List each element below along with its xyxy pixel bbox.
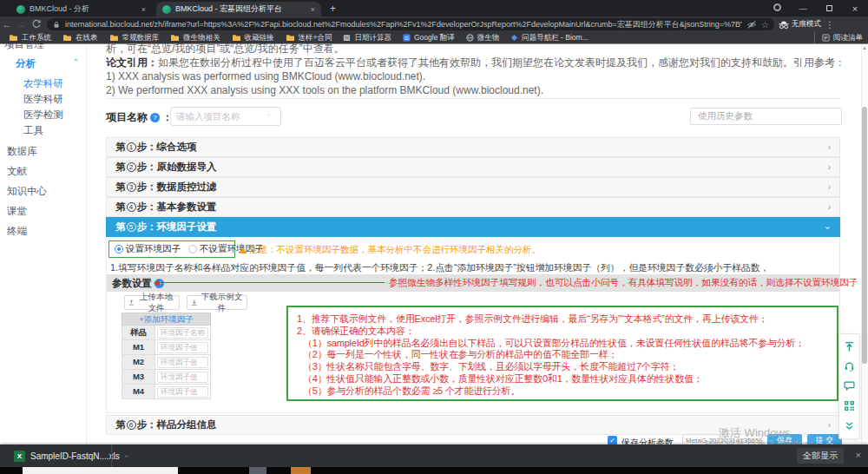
chevron-right-icon: › — [828, 416, 831, 434]
factor-value-input[interactable] — [157, 342, 208, 353]
folder-icon — [109, 34, 119, 42]
bookmark-item[interactable]: 问题导航栏 - Biom... — [510, 33, 589, 43]
sidebar-item-classroom[interactable]: 课堂 — [7, 205, 27, 218]
scrollbar-up-arrow[interactable]: ▲ — [862, 45, 867, 50]
bookmark-star-icon[interactable]: ☆ — [761, 20, 769, 30]
taskbar-app-icon[interactable] — [249, 467, 266, 474]
step-row-5-active[interactable]: 第5步：环境因子设置 › — [106, 217, 840, 237]
refresh-icon[interactable] — [30, 19, 43, 30]
folder-icon — [232, 34, 241, 42]
upload-local-file-button[interactable]: 上传本地文件 — [124, 295, 180, 310]
tab-close-icon[interactable]: × — [311, 5, 315, 14]
folder-icon — [62, 34, 72, 42]
sidebar-item-knowledge[interactable]: 知识中心 — [7, 185, 47, 198]
sidebar-group-analysis[interactable]: 分析 — [16, 57, 36, 70]
sidebar-item-terminal[interactable]: 终端 — [7, 225, 27, 238]
downloads-bar: X SampleID-FastqN....xls › 全部显示 × — [0, 444, 868, 467]
customer-service-icon[interactable] — [844, 361, 855, 372]
bookmark-folder[interactable]: 工作系统 — [9, 33, 51, 43]
step-row-2[interactable]: 第2步：原始数据导入 › — [106, 157, 840, 177]
browser-menu-icon[interactable]: ⋮ — [825, 20, 834, 30]
step-row-3[interactable]: 第3步：数据质控过滤 › — [106, 177, 840, 197]
download-sample-file-button[interactable]: 下载示例文件 — [187, 295, 247, 310]
help-icon[interactable]: ? — [150, 113, 160, 122]
factor-value-input[interactable] — [157, 357, 208, 368]
downloaded-file-chip[interactable]: X SampleID-FastqN....xls › — [9, 448, 132, 464]
chevron-right-icon: › — [828, 198, 831, 216]
row-label: M1 — [122, 340, 155, 354]
reading-list[interactable]: 阅读清单 — [814, 32, 863, 43]
forward-icon[interactable]: → — [14, 19, 28, 30]
bmkcloud-favicon — [162, 5, 171, 14]
tab-close-icon[interactable]: × — [141, 5, 146, 14]
taskbar-app-icon[interactable] — [291, 467, 311, 474]
chat-icon[interactable] — [844, 380, 855, 392]
close-downloads-bar-icon[interactable]: × — [856, 450, 861, 460]
divider — [111, 444, 112, 467]
bookmark-item[interactable]: 微生物 — [466, 33, 500, 43]
radio-set-env-factor[interactable]: 设置环境因子 — [115, 243, 181, 255]
diamond-icon — [510, 34, 518, 42]
window-controls: — × — [764, 0, 868, 16]
citation-ref-2: 2) We performed XXX analysis using XXX t… — [106, 84, 543, 96]
param-settings-label: 参数设置 — [112, 277, 152, 290]
globe-icon — [466, 34, 474, 42]
sidebar-item-tools[interactable]: 工具 — [23, 124, 43, 137]
chevron-up-icon[interactable]: › — [122, 455, 130, 458]
row-label: 样品 — [122, 326, 155, 339]
table-row: M4 — [122, 385, 211, 399]
new-tab-button[interactable]: + — [330, 3, 336, 15]
citation-ref-1: 1) XXX analysis was performed using BMKC… — [106, 70, 425, 82]
chevron-right-icon: › — [828, 178, 831, 196]
sidebar-item-medical-research[interactable]: 医学科研 — [23, 93, 63, 106]
history-params-button[interactable]: 使用历史参数 — [690, 108, 842, 125]
step-row-1[interactable]: 第1步：综合选项 › — [106, 137, 840, 157]
table-row: M1 — [122, 340, 211, 355]
add-env-factor-link[interactable]: +添加环境因子 — [122, 313, 211, 326]
bookmark-folder[interactable]: 送样+合同 — [286, 33, 332, 43]
factor-name-input[interactable] — [157, 327, 208, 339]
close-button[interactable]: × — [842, 3, 868, 14]
citation-line: 论文引用：如果您在数据分析过程中使用了百迈客云平台或者获得了其他有效帮助，我们期… — [106, 56, 845, 70]
factor-value-input[interactable] — [157, 386, 208, 398]
sidebar: 项目管理 分析 ⌃ 农学科研 医学科研 医学检测 工具 数据库 文献 知识中心 … — [0, 43, 87, 444]
sidebar-item-literature[interactable]: 文献 — [7, 165, 27, 178]
floating-toolbar — [838, 333, 860, 439]
sidebar-item-medical-testing[interactable]: 医学检测 — [23, 109, 63, 122]
taskbar-search-box[interactable] — [23, 467, 178, 474]
qr-code-icon[interactable] — [844, 400, 855, 411]
browser-tab-1[interactable]: BMKCloud - 分析 × — [10, 2, 152, 16]
step-row-4[interactable]: 第4步：基本参数设置 › — [106, 197, 840, 217]
chevron-down-icon: › — [819, 227, 837, 229]
tab-strip: BMKCloud - 分析 × BMKCloud - 宏基因组分析平台 × + … — [0, 0, 868, 16]
bookmark-folder[interactable]: 常规数据库 — [109, 33, 160, 43]
bookmark-folder[interactable]: 收藏链接 — [232, 33, 274, 43]
collapse-double-chevron-icon[interactable] — [844, 420, 855, 431]
sidebar-item-database[interactable]: 数据库 — [7, 145, 37, 158]
citation-label: 论文引用： — [106, 56, 158, 69]
scrollbar-thumb[interactable] — [862, 107, 867, 364]
table-row: M2 — [122, 355, 211, 370]
back-icon[interactable]: ← — [0, 19, 14, 30]
folder-icon — [286, 34, 295, 42]
back-to-top-icon[interactable] — [844, 341, 855, 352]
google-translate-icon: G — [403, 34, 411, 42]
bookmark-folder[interactable]: 在线表 — [62, 33, 98, 43]
minimize-button[interactable]: — — [790, 4, 816, 13]
factor-value-input[interactable] — [157, 372, 208, 383]
bookmark-folder[interactable]: 微生物相关 — [170, 33, 220, 43]
profile-icon[interactable] — [764, 3, 790, 13]
project-name-label: 项目名称 ? ： — [106, 110, 173, 125]
upload-icon — [128, 299, 135, 306]
bookmark-item[interactable]: GGoogle 翻译 — [403, 33, 455, 43]
browser-tab-2[interactable]: BMKCloud - 宏基因组分析平台 × — [156, 2, 321, 16]
bookmark-item[interactable]: 日期计算器 — [343, 33, 391, 43]
table-row: M3 — [122, 370, 211, 385]
calendar-icon — [343, 34, 351, 42]
row-label: M4 — [122, 385, 155, 398]
sidebar-item-agri-research[interactable]: 农学科研 — [23, 77, 63, 90]
eye-blocked-icon[interactable] — [746, 20, 757, 30]
show-all-downloads-button[interactable]: 全部显示 — [797, 448, 844, 464]
url-bar[interactable]: international.biocloud.net/zh/iframe?url… — [47, 18, 774, 30]
maximize-button[interactable] — [816, 4, 842, 13]
